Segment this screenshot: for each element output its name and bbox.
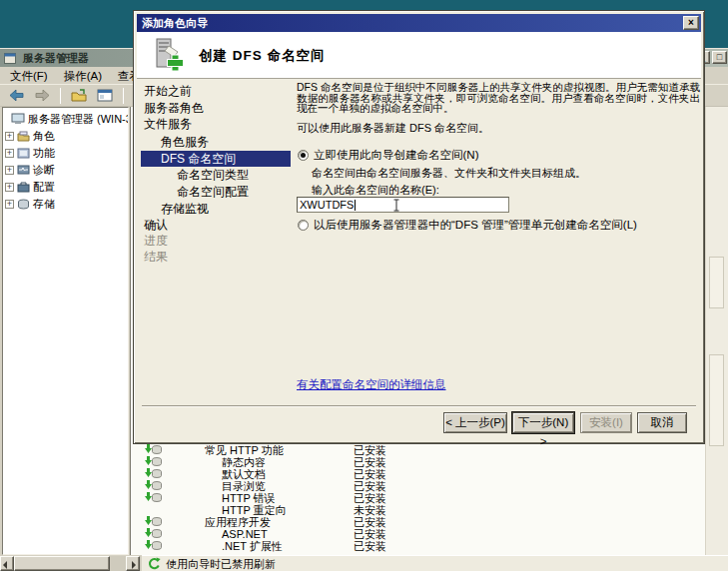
role-service-row: 默认文档 已安装 bbox=[131, 468, 728, 480]
expand-plus-icon[interactable]: + bbox=[5, 200, 14, 209]
tree-item-label: 功能 bbox=[33, 146, 55, 161]
tree-root-label: 服务器管理器 (WIN-357PEOHVC bbox=[28, 112, 129, 127]
refresh-icon bbox=[148, 557, 161, 571]
wizard-nav-file-services[interactable]: 文件服务 bbox=[144, 117, 192, 132]
role-service-status: 未安装 bbox=[354, 504, 386, 516]
wizard-nav-results: 结果 bbox=[144, 250, 168, 265]
namespace-name-value: XWUTDFS bbox=[300, 199, 354, 212]
role-service-label: .NET 扩展性 bbox=[222, 540, 283, 552]
scroll-right-button[interactable] bbox=[126, 556, 140, 571]
role-service-label: HTTP 重定向 bbox=[222, 504, 287, 516]
role-service-label: 常见 HTTP 功能 bbox=[205, 444, 284, 456]
ibeam-cursor bbox=[392, 199, 400, 215]
text-caret bbox=[355, 200, 356, 211]
role-service-label: 静态内容 bbox=[222, 456, 266, 468]
add-roles-wizard-dialog: 添加角色向导 × 创建 DFS 命名空间 开 bbox=[133, 10, 705, 444]
toolbar-separator bbox=[60, 88, 61, 104]
scrollbar-thumb[interactable] bbox=[14, 556, 110, 571]
configuration-icon bbox=[17, 182, 30, 193]
dfs-intro-paragraph: DFS 命名空间是位于组织中不同服务器上的共享文件夹的虚拟视图。用户无需知道承载… bbox=[297, 82, 700, 114]
folder-icon[interactable] bbox=[68, 86, 90, 106]
tree-item-label: 存储 bbox=[33, 197, 55, 212]
console-tree-panel: 服务器管理器 (WIN-357PEOHVC + 角色 + 功能 + bbox=[2, 107, 129, 555]
radio-create-namespace-now-label[interactable]: 立即使用此向导创建命名空间(N) bbox=[314, 148, 478, 163]
tree-item-configuration[interactable]: + 配置 bbox=[5, 179, 55, 195]
role-service-label: ASP.NET bbox=[222, 528, 268, 540]
maximize-icon[interactable]: □ bbox=[712, 51, 727, 64]
wizard-nav-before-you-begin[interactable]: 开始之前 bbox=[144, 84, 192, 99]
wizard-nav-role-services[interactable]: 角色服务 bbox=[161, 135, 209, 150]
cancel-button[interactable]: 取消 bbox=[637, 412, 687, 433]
wizard-nav-progress: 进度 bbox=[144, 234, 168, 249]
forward-arrow-icon[interactable] bbox=[31, 86, 53, 106]
toolbar-separator bbox=[123, 88, 124, 104]
scrollbar-thumb[interactable] bbox=[709, 354, 724, 446]
back-arrow-icon[interactable] bbox=[5, 86, 27, 106]
role-service-row: .NET 扩展性 已安装 bbox=[131, 540, 728, 552]
wizard-nav-storage-monitoring[interactable]: 存储监视 bbox=[161, 202, 209, 217]
role-service-status: 已安装 bbox=[354, 456, 386, 468]
computer-icon bbox=[11, 113, 25, 125]
tree-horizontal-scrollbar[interactable] bbox=[0, 556, 141, 571]
status-bar-text: 使用向导时已禁用刷新 bbox=[166, 557, 276, 571]
back-button[interactable]: < 上一步(P) bbox=[443, 412, 507, 433]
role-service-status: 已安装 bbox=[354, 492, 386, 504]
expand-plus-icon[interactable]: + bbox=[5, 166, 14, 175]
wizard-nav-namespace-config[interactable]: 命名空间配置 bbox=[177, 185, 249, 200]
expand-plus-icon[interactable]: + bbox=[5, 132, 14, 141]
next-button[interactable]: 下一步(N) > bbox=[512, 412, 574, 433]
console-window-icon[interactable] bbox=[94, 86, 116, 106]
role-service-status: 已安装 bbox=[354, 480, 386, 492]
namespace-info-link[interactable]: 有关配置命名空间的详细信息 bbox=[297, 377, 446, 392]
wizard-nav-server-roles[interactable]: 服务器角色 bbox=[144, 101, 204, 116]
role-service-status: 已安装 bbox=[354, 540, 386, 552]
dialog-titlebar: 添加角色向导 × bbox=[137, 14, 701, 32]
tree-root-server-manager[interactable]: 服务器管理器 (WIN-357PEOHVC bbox=[11, 111, 129, 127]
menu-file[interactable]: 文件(F) bbox=[2, 67, 56, 84]
tree-item-label: 角色 bbox=[33, 129, 55, 144]
radio-create-namespace-now[interactable] bbox=[298, 150, 309, 161]
radio-create-namespace-later[interactable] bbox=[298, 220, 309, 231]
tree-item-roles[interactable]: + 角色 bbox=[5, 128, 55, 144]
roles-icon bbox=[17, 131, 30, 142]
tree-item-label: 配置 bbox=[33, 180, 55, 195]
menu-action[interactable]: 操作(A) bbox=[56, 67, 110, 84]
role-service-row: 静态内容 已安装 bbox=[131, 456, 728, 468]
role-service-row: ASP.NET 已安装 bbox=[131, 528, 728, 540]
tree-item-storage[interactable]: + 存储 bbox=[5, 196, 55, 212]
tree-item-features[interactable]: + 功能 bbox=[5, 145, 55, 161]
role-service-label: HTTP 错误 bbox=[222, 492, 276, 504]
close-icon[interactable]: × bbox=[683, 16, 699, 30]
window-title: 服务器管理器 bbox=[23, 51, 89, 66]
scrollbar-thumb[interactable] bbox=[709, 257, 724, 308]
wizard-page-title: 创建 DFS 命名空间 bbox=[199, 47, 326, 65]
desktop: 服务器管理器 _ □ 文件(F) 操作(A) 查看(V) 帮助(H) bbox=[0, 0, 728, 571]
role-service-status: 已安装 bbox=[354, 468, 386, 480]
tree-item-diagnostics[interactable]: + 诊断 bbox=[5, 162, 55, 178]
install-button[interactable]: 安装(I) bbox=[580, 412, 632, 433]
namespace-name-input[interactable]: XWUTDFS bbox=[297, 197, 509, 213]
status-bar: 使用向导时已禁用刷新 bbox=[142, 555, 728, 571]
role-service-label: 默认文档 bbox=[222, 468, 266, 480]
role-service-status: 已安装 bbox=[354, 516, 386, 528]
wizard-nav-confirmation[interactable]: 确认 bbox=[144, 218, 168, 233]
role-service-row: HTTP 重定向 未安装 bbox=[131, 504, 728, 516]
dfs-create-paragraph: 可以使用此服务器新建 DFS 命名空间。 bbox=[297, 123, 700, 134]
expand-plus-icon[interactable]: + bbox=[5, 183, 14, 192]
role-service-row: 目录浏览 已安装 bbox=[131, 480, 728, 492]
radio-create-namespace-later-label[interactable]: 以后使用服务器管理器中的“DFS 管理”管理单元创建命名空间(L) bbox=[314, 218, 637, 233]
button-separator bbox=[142, 405, 696, 407]
server-add-icon bbox=[150, 37, 186, 76]
scroll-left-button[interactable] bbox=[0, 556, 14, 571]
radio1-description: 命名空间由命名空间服务器、文件夹和文件夹目标组成。 bbox=[312, 166, 586, 181]
role-service-row: 常见 HTTP 功能 已安装 bbox=[131, 444, 728, 456]
wizard-nav-dfs-namespaces[interactable]: DFS 命名空间 bbox=[161, 152, 236, 167]
right-panel-strip bbox=[705, 107, 728, 555]
diagnostics-icon bbox=[17, 165, 30, 176]
wizard-nav-namespace-type[interactable]: 命名空间类型 bbox=[177, 168, 249, 183]
expand-plus-icon[interactable]: + bbox=[5, 149, 14, 158]
role-service-status: 已安装 bbox=[354, 528, 386, 540]
server-manager-app-icon bbox=[4, 53, 16, 64]
wizard-header: 创建 DFS 命名空间 bbox=[137, 32, 701, 79]
features-icon bbox=[17, 148, 30, 159]
